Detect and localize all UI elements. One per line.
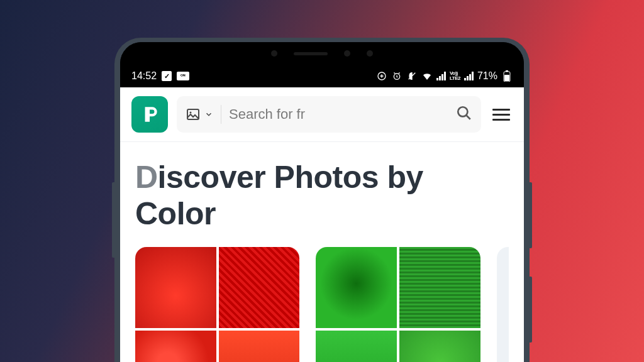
- search-icon[interactable]: [456, 105, 472, 124]
- phone-notch: [120, 42, 524, 65]
- phone-frame: 14:52 ✓ ᴼᴺ Vo))LTE2: [114, 38, 530, 362]
- battery-icon: [501, 70, 513, 82]
- svg-point-6: [190, 112, 192, 114]
- network-label: Vo))LTE2: [450, 71, 460, 81]
- app-header: Search for fr: [120, 87, 524, 142]
- color-tile-more[interactable]: [497, 247, 509, 362]
- speaker-icon: [294, 52, 328, 55]
- phone-side-button-right-1: [530, 182, 532, 248]
- sensor-icon: [367, 50, 373, 57]
- status-bar: 14:52 ✓ ᴼᴺ Vo))LTE2: [120, 65, 524, 87]
- sensor-icon: [344, 50, 350, 57]
- svg-rect-3: [504, 75, 509, 81]
- battery-percent: 71%: [477, 70, 497, 82]
- data-saver-icon: [376, 70, 387, 82]
- color-discovery-row: [120, 247, 524, 362]
- thumbnail: [135, 331, 216, 362]
- search-input[interactable]: Search for fr: [229, 106, 448, 123]
- search-box[interactable]: Search for fr: [177, 96, 481, 133]
- thumbnail: [316, 331, 397, 362]
- phone-side-button-right-2: [530, 277, 532, 343]
- chevron-down-icon: [204, 110, 213, 119]
- sensor-icon: [271, 50, 277, 57]
- signal-icon: [436, 72, 446, 80]
- phone-screen: 14:52 ✓ ᴼᴺ Vo))LTE2: [120, 42, 524, 362]
- thumbnail: [316, 247, 397, 328]
- image-icon: [186, 107, 201, 122]
- thumbnail: [399, 247, 480, 328]
- thumbnail: [135, 247, 216, 328]
- pexels-logo[interactable]: [131, 96, 168, 133]
- thumbnail: [219, 247, 300, 328]
- captions-status-icon: ᴼᴺ: [177, 72, 189, 80]
- color-tile-red[interactable]: [135, 247, 299, 362]
- status-time: 14:52: [131, 70, 157, 82]
- color-tile-green[interactable]: [316, 247, 480, 362]
- phone-side-button-left: [112, 182, 114, 258]
- page-title: Discover Photos by Color: [120, 142, 524, 247]
- checkbox-status-icon: ✓: [162, 71, 172, 81]
- signal-icon: [464, 72, 474, 80]
- wifi-icon: [421, 70, 433, 82]
- mute-icon: [406, 70, 418, 82]
- search-type-selector[interactable]: [186, 107, 213, 122]
- divider: [221, 105, 221, 124]
- thumbnail: [399, 331, 480, 362]
- alarm-icon: [391, 70, 402, 82]
- svg-rect-4: [506, 70, 508, 72]
- thumbnail: [219, 331, 300, 362]
- app-content: Search for fr Discover Photos by Color: [120, 87, 524, 362]
- svg-point-7: [458, 107, 467, 116]
- menu-button[interactable]: [490, 106, 513, 123]
